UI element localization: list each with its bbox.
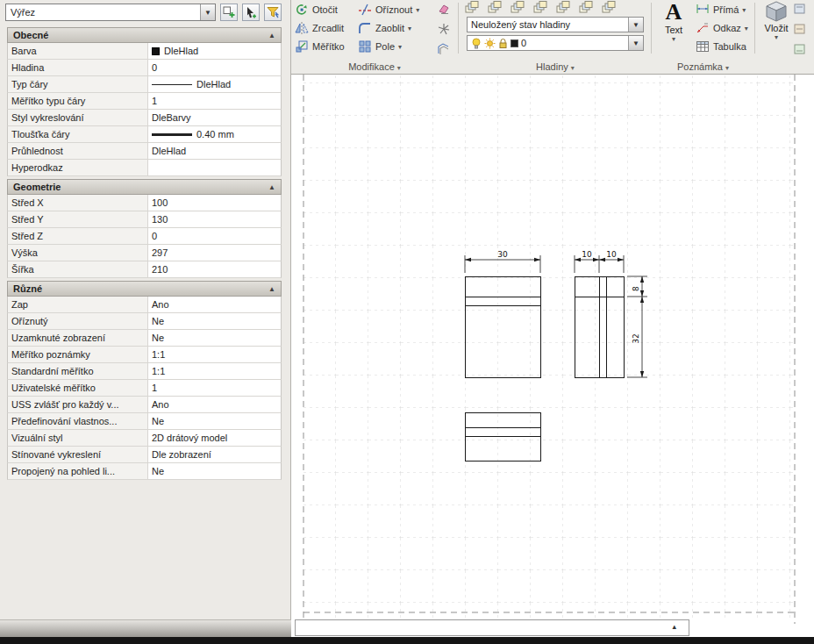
value-text: 210 — [152, 264, 168, 275]
chevron-down-icon[interactable]: ▼ — [628, 18, 643, 32]
property-value[interactable] — [148, 160, 281, 175]
text-button[interactable]: A Text ▾ — [655, 0, 692, 54]
collapse-arrow-icon[interactable]: ▲ — [268, 183, 275, 191]
property-row: Tloušťka čáry 0.40 mm — [7, 126, 282, 143]
mirror-button[interactable]: Zrcadlit — [295, 19, 344, 37]
panel-title-annotate[interactable]: Poznámka ▾ — [653, 61, 753, 72]
layers-icon — [602, 1, 618, 14]
property-value[interactable]: 0 — [148, 60, 281, 75]
property-value[interactable]: 0 — [148, 228, 281, 244]
chevron-down-icon[interactable]: ▼ — [200, 4, 215, 20]
layers-icon — [579, 1, 595, 14]
layer-tool-button[interactable] — [602, 1, 618, 16]
property-value[interactable]: Ne — [148, 413, 281, 429]
lineweight-line-icon — [152, 133, 192, 136]
property-value[interactable]: DleBarvy — [148, 110, 281, 125]
array-button[interactable]: Pole ▾ — [358, 38, 402, 55]
erase-button[interactable] — [437, 2, 451, 18]
panel-title-modify[interactable]: Modifikace ▾ — [293, 61, 456, 72]
section-header-geometrie[interactable]: Geometrie ▲ — [7, 179, 282, 195]
explode-button[interactable] — [437, 22, 451, 38]
insert-block-button[interactable]: Vložit ▾ — [760, 0, 793, 54]
property-label: Měřítko poznámky — [8, 347, 148, 362]
array-label: Pole — [375, 41, 395, 52]
property-value[interactable]: Ano — [148, 397, 281, 412]
clipped-tool-button[interactable] — [793, 2, 807, 18]
clipped-tool-button[interactable] — [793, 42, 807, 58]
rotate-icon — [295, 3, 309, 17]
drawing-canvas[interactable]: 30 10 10 8 32 — [291, 75, 814, 637]
chevron-down-icon: ▾ — [745, 25, 748, 32]
section-title: Obecné — [13, 30, 48, 40]
object-type-dropdown[interactable]: Výřez ▼ — [5, 4, 216, 21]
property-value[interactable]: DleHlad — [148, 143, 281, 159]
property-value[interactable]: DleHlad — [148, 76, 281, 92]
dimension-icon — [696, 3, 710, 17]
layer-tool-button[interactable] — [488, 1, 503, 16]
property-label: Výška — [8, 245, 148, 261]
select-objects-button[interactable] — [242, 4, 260, 21]
property-value[interactable]: 1 — [148, 380, 281, 396]
property-value[interactable]: 0.40 mm — [148, 126, 281, 142]
value-text: Ano — [152, 299, 169, 310]
trim-label: Oříznout — [375, 4, 412, 15]
text-label: Text — [665, 25, 682, 35]
property-value[interactable]: 100 — [148, 195, 281, 211]
property-value[interactable]: 1:1 — [148, 347, 281, 362]
property-value[interactable]: 297 — [148, 245, 281, 261]
layer-tool-button[interactable] — [579, 1, 595, 16]
drawing-area[interactable]: 30 10 10 8 32 — [291, 75, 814, 637]
layer-tool-button[interactable] — [465, 1, 481, 16]
block-cube-icon — [765, 0, 788, 23]
value-text: 0.40 mm — [196, 129, 234, 140]
value-text: Ne — [152, 333, 164, 343]
value-text: DleHlad — [196, 79, 231, 89]
leader-button[interactable]: Odkaz ▾ — [696, 19, 748, 37]
table-button[interactable]: Tabulka — [696, 38, 746, 55]
pickadd-toggle-button[interactable] — [220, 4, 238, 21]
palette-resize-bar[interactable] — [0, 619, 291, 637]
property-value[interactable]: Ne — [148, 313, 281, 329]
property-value[interactable]: Ano — [148, 297, 281, 312]
value-text: 0 — [152, 62, 157, 73]
dim-step-text: 8 — [632, 286, 640, 291]
property-value[interactable]: 1 — [148, 93, 281, 109]
linear-dimension-button[interactable]: Přímá ▾ — [696, 1, 746, 18]
table-label: Tabulka — [713, 41, 746, 52]
property-value[interactable]: Ne — [148, 330, 281, 346]
property-value[interactable]: 210 — [148, 261, 281, 277]
quick-select-button[interactable] — [264, 4, 282, 21]
offset-button[interactable] — [437, 42, 451, 58]
chevron-down-icon[interactable]: ▼ — [628, 36, 643, 50]
layer-state-dropdown[interactable]: Neuložený stav hladiny ▼ — [467, 17, 644, 32]
value-text: 2D drátový model — [152, 433, 227, 443]
collapse-arrow-icon[interactable]: ▲ — [268, 32, 275, 39]
collapse-arrow-icon[interactable]: ▲ — [268, 285, 275, 293]
section-header-obecne[interactable]: Obecné ▲ — [7, 27, 282, 43]
layer-tool-button[interactable] — [511, 1, 526, 16]
table-icon — [696, 39, 710, 54]
dim-col-right-text: 10 — [606, 250, 617, 259]
property-value[interactable]: 2D drátový model — [148, 430, 281, 446]
grid-background — [303, 75, 795, 619]
layer-tool-button[interactable] — [556, 1, 572, 16]
panel-title-layers[interactable]: Hladiny ▾ — [461, 61, 649, 72]
trim-button[interactable]: Oříznout ▾ — [358, 1, 419, 18]
expand-up-button[interactable]: ▴ — [672, 622, 676, 631]
property-value[interactable]: Dle zobrazení — [148, 447, 281, 462]
scale-icon — [295, 39, 309, 54]
value-text: DleHlad — [164, 46, 198, 56]
layer-tool-button[interactable] — [533, 1, 549, 16]
property-value[interactable]: 1:1 — [148, 363, 281, 379]
rotate-button[interactable]: Otočit — [295, 1, 338, 18]
layer-dropdown[interactable]: 0 ▼ — [467, 35, 644, 51]
section-header-ruzne[interactable]: Různé ▲ — [7, 281, 282, 297]
bottom-scroll-bar[interactable]: ▴ — [295, 619, 689, 636]
clipped-tool-button[interactable] — [793, 22, 807, 38]
property-value[interactable]: DleHlad — [148, 43, 281, 59]
scale-button[interactable]: Měřítko — [295, 38, 345, 55]
fillet-button[interactable]: Zaoblit ▾ — [358, 19, 411, 37]
property-value[interactable]: Ne — [148, 463, 281, 479]
property-value[interactable]: 130 — [148, 211, 281, 227]
property-row: Střed Z 0 — [7, 228, 282, 245]
